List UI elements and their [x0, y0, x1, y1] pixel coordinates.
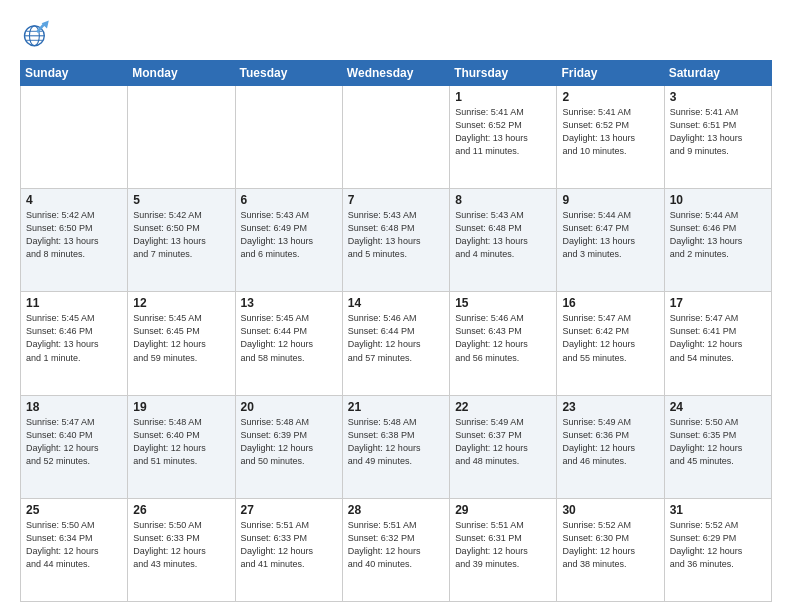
- calendar-cell-2-7: 10Sunrise: 5:44 AM Sunset: 6:46 PM Dayli…: [664, 189, 771, 292]
- calendar-header-sunday: Sunday: [21, 61, 128, 86]
- header: [20, 16, 772, 52]
- day-number: 6: [241, 193, 337, 207]
- calendar-header-row: SundayMondayTuesdayWednesdayThursdayFrid…: [21, 61, 772, 86]
- calendar-header-saturday: Saturday: [664, 61, 771, 86]
- calendar-cell-3-3: 13Sunrise: 5:45 AM Sunset: 6:44 PM Dayli…: [235, 292, 342, 395]
- logo-icon: [20, 16, 56, 52]
- calendar-cell-1-5: 1Sunrise: 5:41 AM Sunset: 6:52 PM Daylig…: [450, 86, 557, 189]
- day-number: 20: [241, 400, 337, 414]
- day-number: 10: [670, 193, 766, 207]
- calendar-header-thursday: Thursday: [450, 61, 557, 86]
- day-info: Sunrise: 5:46 AM Sunset: 6:43 PM Dayligh…: [455, 312, 551, 364]
- day-info: Sunrise: 5:43 AM Sunset: 6:48 PM Dayligh…: [348, 209, 444, 261]
- day-number: 15: [455, 296, 551, 310]
- day-number: 26: [133, 503, 229, 517]
- calendar-cell-3-5: 15Sunrise: 5:46 AM Sunset: 6:43 PM Dayli…: [450, 292, 557, 395]
- day-info: Sunrise: 5:44 AM Sunset: 6:47 PM Dayligh…: [562, 209, 658, 261]
- day-info: Sunrise: 5:42 AM Sunset: 6:50 PM Dayligh…: [26, 209, 122, 261]
- day-info: Sunrise: 5:42 AM Sunset: 6:50 PM Dayligh…: [133, 209, 229, 261]
- day-info: Sunrise: 5:50 AM Sunset: 6:33 PM Dayligh…: [133, 519, 229, 571]
- calendar-cell-5-1: 25Sunrise: 5:50 AM Sunset: 6:34 PM Dayli…: [21, 498, 128, 601]
- day-info: Sunrise: 5:45 AM Sunset: 6:44 PM Dayligh…: [241, 312, 337, 364]
- day-number: 5: [133, 193, 229, 207]
- day-info: Sunrise: 5:51 AM Sunset: 6:32 PM Dayligh…: [348, 519, 444, 571]
- calendar-cell-1-3: [235, 86, 342, 189]
- calendar-header-wednesday: Wednesday: [342, 61, 449, 86]
- day-info: Sunrise: 5:49 AM Sunset: 6:36 PM Dayligh…: [562, 416, 658, 468]
- day-info: Sunrise: 5:41 AM Sunset: 6:52 PM Dayligh…: [562, 106, 658, 158]
- calendar-cell-1-2: [128, 86, 235, 189]
- calendar-cell-2-2: 5Sunrise: 5:42 AM Sunset: 6:50 PM Daylig…: [128, 189, 235, 292]
- calendar-table: SundayMondayTuesdayWednesdayThursdayFrid…: [20, 60, 772, 602]
- calendar-cell-2-4: 7Sunrise: 5:43 AM Sunset: 6:48 PM Daylig…: [342, 189, 449, 292]
- day-info: Sunrise: 5:48 AM Sunset: 6:38 PM Dayligh…: [348, 416, 444, 468]
- calendar-cell-2-5: 8Sunrise: 5:43 AM Sunset: 6:48 PM Daylig…: [450, 189, 557, 292]
- day-number: 21: [348, 400, 444, 414]
- day-number: 14: [348, 296, 444, 310]
- calendar-cell-4-2: 19Sunrise: 5:48 AM Sunset: 6:40 PM Dayli…: [128, 395, 235, 498]
- calendar-cell-4-4: 21Sunrise: 5:48 AM Sunset: 6:38 PM Dayli…: [342, 395, 449, 498]
- calendar-week-1: 1Sunrise: 5:41 AM Sunset: 6:52 PM Daylig…: [21, 86, 772, 189]
- calendar-cell-1-7: 3Sunrise: 5:41 AM Sunset: 6:51 PM Daylig…: [664, 86, 771, 189]
- day-number: 8: [455, 193, 551, 207]
- calendar-header-tuesday: Tuesday: [235, 61, 342, 86]
- day-number: 11: [26, 296, 122, 310]
- day-number: 17: [670, 296, 766, 310]
- day-info: Sunrise: 5:41 AM Sunset: 6:51 PM Dayligh…: [670, 106, 766, 158]
- calendar-cell-5-7: 31Sunrise: 5:52 AM Sunset: 6:29 PM Dayli…: [664, 498, 771, 601]
- calendar-week-3: 11Sunrise: 5:45 AM Sunset: 6:46 PM Dayli…: [21, 292, 772, 395]
- calendar-cell-5-3: 27Sunrise: 5:51 AM Sunset: 6:33 PM Dayli…: [235, 498, 342, 601]
- calendar-cell-3-6: 16Sunrise: 5:47 AM Sunset: 6:42 PM Dayli…: [557, 292, 664, 395]
- day-info: Sunrise: 5:48 AM Sunset: 6:39 PM Dayligh…: [241, 416, 337, 468]
- day-info: Sunrise: 5:43 AM Sunset: 6:48 PM Dayligh…: [455, 209, 551, 261]
- day-number: 31: [670, 503, 766, 517]
- calendar-week-2: 4Sunrise: 5:42 AM Sunset: 6:50 PM Daylig…: [21, 189, 772, 292]
- calendar-cell-4-7: 24Sunrise: 5:50 AM Sunset: 6:35 PM Dayli…: [664, 395, 771, 498]
- page: SundayMondayTuesdayWednesdayThursdayFrid…: [0, 0, 792, 612]
- day-number: 24: [670, 400, 766, 414]
- calendar-cell-2-1: 4Sunrise: 5:42 AM Sunset: 6:50 PM Daylig…: [21, 189, 128, 292]
- day-number: 9: [562, 193, 658, 207]
- day-number: 28: [348, 503, 444, 517]
- calendar-header-monday: Monday: [128, 61, 235, 86]
- day-number: 25: [26, 503, 122, 517]
- day-number: 7: [348, 193, 444, 207]
- day-info: Sunrise: 5:52 AM Sunset: 6:30 PM Dayligh…: [562, 519, 658, 571]
- day-number: 29: [455, 503, 551, 517]
- calendar-cell-3-1: 11Sunrise: 5:45 AM Sunset: 6:46 PM Dayli…: [21, 292, 128, 395]
- calendar-header-friday: Friday: [557, 61, 664, 86]
- day-number: 30: [562, 503, 658, 517]
- day-info: Sunrise: 5:47 AM Sunset: 6:40 PM Dayligh…: [26, 416, 122, 468]
- day-info: Sunrise: 5:45 AM Sunset: 6:46 PM Dayligh…: [26, 312, 122, 364]
- calendar-cell-5-6: 30Sunrise: 5:52 AM Sunset: 6:30 PM Dayli…: [557, 498, 664, 601]
- day-info: Sunrise: 5:51 AM Sunset: 6:33 PM Dayligh…: [241, 519, 337, 571]
- day-info: Sunrise: 5:41 AM Sunset: 6:52 PM Dayligh…: [455, 106, 551, 158]
- day-info: Sunrise: 5:52 AM Sunset: 6:29 PM Dayligh…: [670, 519, 766, 571]
- calendar-cell-4-5: 22Sunrise: 5:49 AM Sunset: 6:37 PM Dayli…: [450, 395, 557, 498]
- day-number: 18: [26, 400, 122, 414]
- day-number: 22: [455, 400, 551, 414]
- calendar-cell-3-2: 12Sunrise: 5:45 AM Sunset: 6:45 PM Dayli…: [128, 292, 235, 395]
- day-info: Sunrise: 5:50 AM Sunset: 6:35 PM Dayligh…: [670, 416, 766, 468]
- calendar-cell-4-1: 18Sunrise: 5:47 AM Sunset: 6:40 PM Dayli…: [21, 395, 128, 498]
- day-info: Sunrise: 5:49 AM Sunset: 6:37 PM Dayligh…: [455, 416, 551, 468]
- day-info: Sunrise: 5:47 AM Sunset: 6:41 PM Dayligh…: [670, 312, 766, 364]
- day-number: 4: [26, 193, 122, 207]
- calendar-cell-2-3: 6Sunrise: 5:43 AM Sunset: 6:49 PM Daylig…: [235, 189, 342, 292]
- day-number: 16: [562, 296, 658, 310]
- day-number: 3: [670, 90, 766, 104]
- day-info: Sunrise: 5:44 AM Sunset: 6:46 PM Dayligh…: [670, 209, 766, 261]
- calendar-cell-5-5: 29Sunrise: 5:51 AM Sunset: 6:31 PM Dayli…: [450, 498, 557, 601]
- day-number: 23: [562, 400, 658, 414]
- day-number: 12: [133, 296, 229, 310]
- day-info: Sunrise: 5:46 AM Sunset: 6:44 PM Dayligh…: [348, 312, 444, 364]
- day-number: 13: [241, 296, 337, 310]
- calendar-cell-1-1: [21, 86, 128, 189]
- calendar-cell-5-2: 26Sunrise: 5:50 AM Sunset: 6:33 PM Dayli…: [128, 498, 235, 601]
- calendar-week-4: 18Sunrise: 5:47 AM Sunset: 6:40 PM Dayli…: [21, 395, 772, 498]
- calendar-cell-1-4: [342, 86, 449, 189]
- day-number: 1: [455, 90, 551, 104]
- day-info: Sunrise: 5:50 AM Sunset: 6:34 PM Dayligh…: [26, 519, 122, 571]
- calendar-week-5: 25Sunrise: 5:50 AM Sunset: 6:34 PM Dayli…: [21, 498, 772, 601]
- day-info: Sunrise: 5:45 AM Sunset: 6:45 PM Dayligh…: [133, 312, 229, 364]
